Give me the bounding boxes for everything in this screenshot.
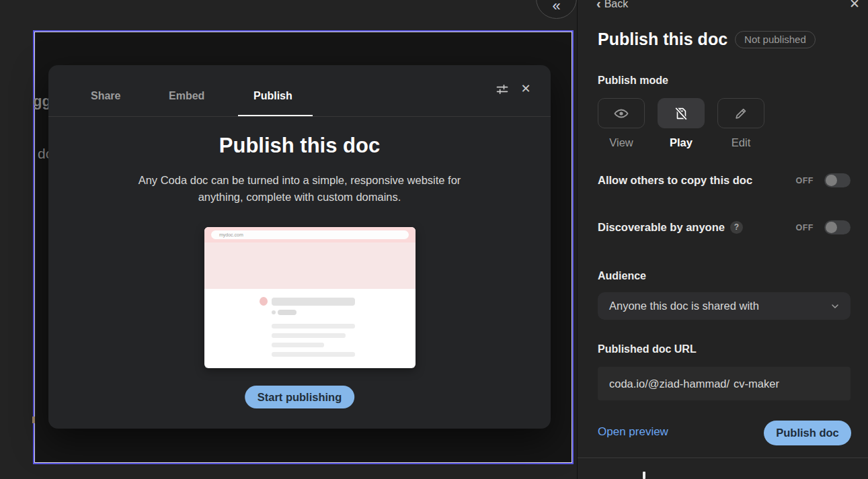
publish-settings-panel: ‹ Back ✕ Publish this doc Not published …: [577, 0, 868, 479]
chevrons-left-icon: «: [552, 0, 560, 13]
tab-embed[interactable]: Embed: [169, 90, 204, 102]
section-divider: [578, 458, 868, 458]
clipped-section-text: [643, 472, 645, 479]
publish-dialog: Share Embed Publish ✕ Publish this doc A…: [48, 65, 551, 429]
close-icon[interactable]: ✕: [519, 82, 532, 95]
publish-mode-heading: Publish mode: [598, 75, 668, 87]
illustration-hero-band: [204, 243, 416, 289]
copy-toggle-label: Allow others to copy this doc: [598, 174, 752, 187]
mode-view-button[interactable]: [598, 98, 645, 128]
published-url-field[interactable]: coda.io/@ziad-hammad/ cv-maker: [598, 367, 851, 400]
illustration-subtitle-bar: [278, 310, 297, 315]
modal-title: Publish this doc: [48, 134, 551, 158]
illustration-avatar-dot: [260, 297, 268, 306]
illustration-text-bar: [272, 333, 346, 338]
illustration-text-bar: [272, 352, 355, 357]
modal-description: Any Coda doc can be turned into a simple…: [139, 172, 461, 206]
audience-heading: Audience: [598, 270, 646, 282]
frame-marker: [32, 417, 35, 423]
illustration-bullet-dot: [272, 310, 276, 314]
chevron-left-icon: ‹: [596, 0, 601, 9]
collapse-panel-button[interactable]: «: [536, 0, 577, 19]
illustration-text-bar: [272, 324, 355, 329]
url-prefix: coda.io/@ziad-hammad/: [609, 378, 729, 390]
switch-knob: [826, 175, 837, 186]
settings-sliders-icon[interactable]: [496, 83, 509, 96]
copy-toggle-state: OFF: [796, 176, 814, 185]
back-label: Back: [604, 0, 629, 10]
tab-share[interactable]: Share: [91, 90, 120, 102]
mode-play-label[interactable]: Play: [658, 136, 705, 149]
publish-mode-options: [598, 98, 764, 128]
mode-view-label[interactable]: View: [598, 136, 645, 149]
audience-dropdown[interactable]: Anyone this doc is shared with: [598, 292, 851, 320]
pencil-icon: [734, 106, 748, 121]
copy-toggle-switch[interactable]: [824, 173, 851, 187]
publish-illustration: mydoc.com: [204, 227, 416, 368]
status-badge: Not published: [735, 31, 816, 48]
close-icon[interactable]: ✕: [847, 0, 862, 11]
chevron-down-icon: [830, 301, 840, 312]
audience-selected-value: Anyone this doc is shared with: [609, 300, 830, 312]
panel-title: Publish this doc: [598, 30, 727, 49]
switch-knob: [826, 222, 837, 233]
publish-doc-button[interactable]: Publish doc: [764, 421, 851, 445]
open-preview-link[interactable]: Open preview: [598, 425, 668, 439]
back-button[interactable]: ‹ Back: [596, 0, 628, 10]
illustration-text-bar: [272, 343, 324, 347]
published-url-heading: Published doc URL: [598, 343, 697, 355]
discover-toggle-switch[interactable]: [824, 220, 851, 234]
start-publishing-button[interactable]: Start publishing: [245, 386, 355, 408]
illustration-title-bar: [272, 298, 355, 306]
discover-toggle-label: Discoverable by anyone: [598, 221, 725, 234]
eye-icon: [613, 105, 629, 122]
slashed-save-icon: [674, 106, 688, 121]
url-slug: cv-maker: [734, 378, 779, 390]
publish-mode-labels: View Play Edit: [598, 136, 777, 149]
tab-publish[interactable]: Publish: [253, 90, 292, 102]
mode-play-button[interactable]: [658, 98, 705, 128]
mode-edit-label[interactable]: Edit: [717, 136, 764, 149]
tabbar-divider: [48, 116, 551, 117]
illustration-address-bar: mydoc.com: [211, 230, 409, 239]
help-icon[interactable]: ?: [730, 221, 743, 234]
discover-toggle-state: OFF: [796, 223, 814, 232]
mode-edit-button[interactable]: [717, 98, 764, 128]
